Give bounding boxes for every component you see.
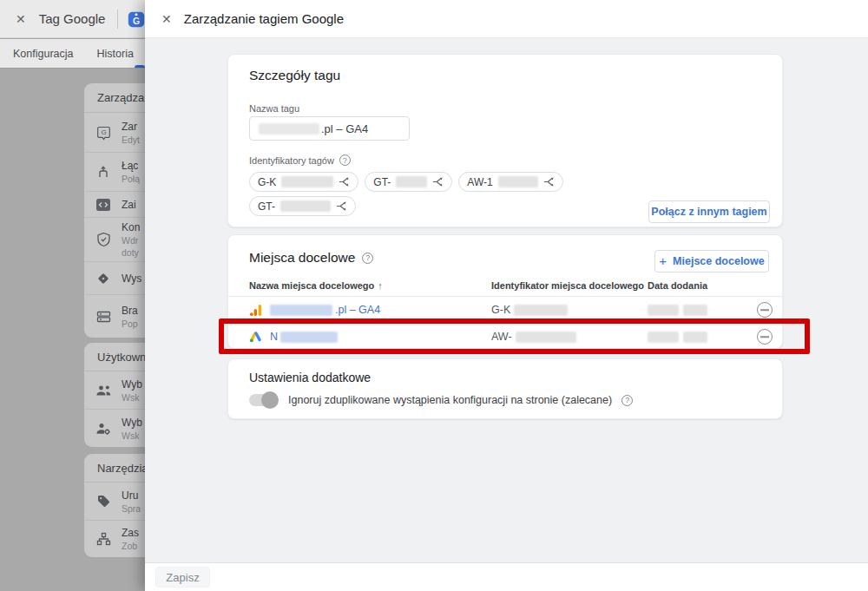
- sidebar-item-subtitle: Wsk: [122, 430, 142, 441]
- sidebar-section-tools: Narzędzia Uru Spra: [84, 454, 145, 557]
- sidebar-item-title: Wys: [122, 273, 141, 285]
- additional-settings-card: Ustawienia dodatkowe Ignoruj zduplikowan…: [227, 358, 783, 419]
- sidebar-item-health-check[interactable]: Kon Wdr doty: [84, 218, 145, 262]
- sidebar-item-title: Zas: [122, 527, 139, 539]
- redacted-text: [259, 123, 319, 135]
- close-icon[interactable]: ✕: [161, 13, 172, 25]
- panel-footer: Zapisz: [145, 562, 868, 591]
- tag-id-prefix: GT-: [373, 176, 391, 188]
- person-gear-icon: [95, 422, 112, 436]
- destination-name-link[interactable]: .pl – GA4: [270, 304, 380, 316]
- help-icon[interactable]: ?: [621, 395, 633, 406]
- section-heading: Szczegóły tagu: [249, 68, 340, 83]
- panel-title: Zarządzanie tagiem Google: [184, 11, 344, 26]
- sidebar-item-users[interactable]: Wyb Wsk: [84, 371, 145, 410]
- sidebar-item-subtitle: doty: [122, 247, 140, 258]
- sidebar-item-title: Bra: [122, 305, 138, 317]
- close-icon[interactable]: ✕: [16, 13, 26, 25]
- sidebar-item-subtitle: Zob: [122, 541, 139, 551]
- tag-ids-label: Identyfikatory tagów ?: [249, 154, 351, 166]
- sort-ascending-icon: ↑: [378, 280, 383, 291]
- sidebar-item-user-settings[interactable]: Wyb Wsk: [84, 410, 145, 447]
- sidebar-item-title: Uru: [122, 489, 141, 502]
- merge-arrows-icon: [95, 165, 112, 179]
- sidebar-item-subtitle: Połą: [122, 174, 140, 184]
- tag-details-card: Szczegóły tagu Nazwa tagu .pl – GA4 Iden…: [227, 54, 783, 227]
- sidebar-item-install[interactable]: Zai: [84, 192, 145, 218]
- google-tag-icon: G: [95, 125, 112, 141]
- split-arrows-icon[interactable]: [339, 176, 350, 187]
- sidebar-item-gtm[interactable]: Wys: [84, 262, 145, 295]
- sidebar-section-management: Zarządzan G Zar Edyt Łąc: [84, 83, 145, 338]
- svg-text:G: G: [101, 128, 106, 136]
- google-ads-icon: [249, 331, 262, 344]
- sidebar-item-title: Zar: [122, 121, 140, 133]
- tag-id-prefix: GT-: [258, 200, 275, 213]
- redacted-text: [683, 305, 707, 316]
- redacted-text: [514, 305, 568, 316]
- redacted-text: [648, 332, 679, 343]
- sidebar-item-subtitle: Wsk: [122, 392, 142, 403]
- sidebar-item-title: Wyb: [122, 417, 142, 429]
- table-row-highlighted: N AW-: [228, 324, 782, 350]
- tag-id-chip[interactable]: GT-: [365, 172, 452, 192]
- page-title: Tag Google: [39, 11, 106, 26]
- help-icon[interactable]: ?: [362, 253, 373, 264]
- sidebar-section-title: Narzędzia: [84, 454, 145, 483]
- tag-id-chip[interactable]: GT-: [249, 196, 356, 216]
- redacted-text: [396, 176, 427, 187]
- google-analytics-icon: [249, 304, 262, 317]
- tag-name-suffix: .pl – GA4: [321, 122, 368, 135]
- connect-other-tag-button[interactable]: Połącz z innym tagiem: [648, 200, 770, 223]
- sidebar-item-title: Wyb: [122, 378, 142, 391]
- redacted-text: [498, 176, 538, 187]
- tag-name-input[interactable]: .pl – GA4: [249, 116, 410, 141]
- destination-name-link[interactable]: N: [270, 331, 338, 343]
- sidebar-item-resources[interactable]: Zas Zob: [84, 521, 145, 557]
- help-icon[interactable]: ?: [339, 154, 351, 166]
- sidebar-item-debug[interactable]: Uru Spra: [84, 483, 145, 521]
- date-added: [648, 332, 707, 343]
- split-arrows-icon[interactable]: [336, 200, 347, 212]
- destination-id: G-K: [491, 304, 568, 316]
- section-heading: Ustawienia dodatkowe: [249, 371, 371, 384]
- people-icon: [95, 384, 112, 397]
- sidebar-item-subtitle: Pop: [122, 318, 138, 329]
- tag-id-prefix: G-K: [258, 176, 276, 188]
- sitemap-icon: [95, 532, 112, 546]
- duplicate-config-toggle[interactable]: [249, 394, 278, 406]
- sidebar-item-title: Łąc: [122, 160, 140, 172]
- remove-destination-icon[interactable]: [757, 329, 773, 345]
- sidebar-item-subtitle: Edyt: [122, 135, 140, 145]
- tag-id-chips-row: GT-: [249, 196, 356, 216]
- save-button[interactable]: Zapisz: [155, 567, 210, 588]
- toggle-knob: [261, 391, 279, 409]
- add-destination-button[interactable]: + Miejsce docelowe: [654, 250, 769, 273]
- screen: ✕ Tag Google G Konfiguracja Historia A Z…: [0, 0, 868, 591]
- tag-id-chip[interactable]: AW-1: [458, 172, 562, 192]
- tag-id-chip[interactable]: G-K: [249, 172, 358, 192]
- destination-id: AW-: [491, 331, 576, 343]
- sidebar-item-data-streams[interactable]: Bra Pop: [84, 295, 145, 338]
- redacted-text: [648, 305, 679, 316]
- tab-historia[interactable]: Historia: [97, 48, 134, 60]
- split-arrows-icon[interactable]: [432, 176, 444, 187]
- column-header-name[interactable]: Nazwa miejsca docelowego ↑: [249, 280, 383, 291]
- tab-konfiguracja[interactable]: Konfiguracja: [13, 48, 74, 60]
- date-added: [648, 305, 707, 316]
- split-arrows-icon[interactable]: [543, 176, 555, 187]
- redacted-text: [270, 305, 332, 316]
- sidebar-item-manage-tag[interactable]: G Zar Edyt: [84, 113, 145, 153]
- redacted-text: [280, 200, 331, 212]
- toggle-row: Ignoruj zduplikowane wystąpienia konfigu…: [249, 394, 633, 406]
- sidebar-item-subtitle: Wdr: [122, 235, 140, 246]
- sidebar-item-title: Kon: [122, 221, 140, 233]
- section-heading: Miejsca docelowe ?: [249, 250, 373, 266]
- google-tag-logo-icon: G: [127, 10, 146, 29]
- shield-check-icon: [95, 232, 112, 247]
- sidebar-item-link-tags[interactable]: Łąc Połą: [84, 153, 145, 192]
- panel-header: ✕ Zarządzanie tagiem Google: [145, 0, 868, 38]
- remove-destination-icon[interactable]: [757, 302, 773, 318]
- plus-icon: +: [659, 254, 667, 267]
- sell-tag-icon: [95, 494, 112, 509]
